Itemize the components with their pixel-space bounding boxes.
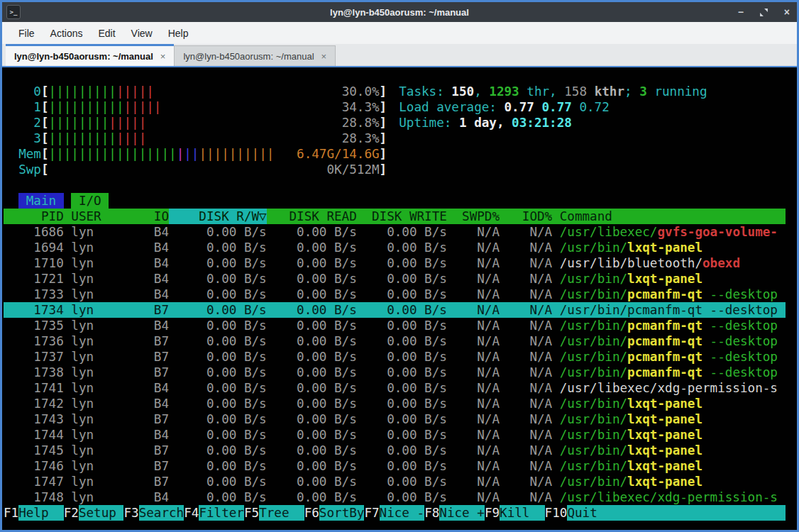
meter-close-bracket: ] — [380, 115, 387, 131]
meter-bars: ||||||||||||||||||||||||||||||6.47G/14.6… — [49, 146, 380, 162]
terminal-screen[interactable]: 0[||||||||||||||30.0%]1[|||||||||||||||3… — [2, 67, 797, 530]
process-row[interactable]: 1686lynB40.00 B/s0.00 B/s0.00 B/sN/AN/A/… — [4, 224, 786, 240]
menu-item-help[interactable]: Help — [160, 25, 197, 42]
cell-cmd: /usr/bin/lxqt-panel — [552, 411, 785, 427]
meter-label: 2 — [4, 115, 41, 131]
column-header-cmd[interactable]: Command — [552, 209, 785, 224]
meter-bar-segment: ||||| — [116, 84, 154, 99]
cell-read: 0.00 B/s — [267, 411, 357, 427]
screen-tab-main[interactable]: Main — [18, 193, 64, 209]
meter-spacer — [146, 131, 341, 146]
fkey-f3-search[interactable]: F3Search — [123, 505, 184, 521]
fkey-action-label: Quit — [567, 505, 612, 521]
process-row[interactable]: 1745lynB70.00 B/s0.00 B/s0.00 B/sN/AN/A/… — [4, 443, 786, 458]
meter-close-bracket: ] — [380, 146, 387, 162]
fkey-key-label: F3 — [123, 506, 138, 520]
terminal-tab-1[interactable]: lyn@lyn-b450aorusm: ~/manual× — [6, 44, 174, 66]
cell-swpd: N/A — [447, 287, 500, 302]
process-row[interactable]: 1710lynB40.00 B/s0.00 B/s0.00 B/sN/AN/A/… — [4, 255, 786, 271]
cell-read: 0.00 B/s — [267, 287, 357, 302]
process-row[interactable]: 1748lynB40.00 B/s0.00 B/s0.00 B/sN/AN/A/… — [4, 489, 786, 505]
fkey-f9-kill[interactable]: F9Kill — [485, 505, 545, 521]
command-segment: lxqt-panel — [627, 428, 702, 442]
column-header-swpd[interactable]: SWPD% — [447, 209, 500, 224]
fkey-f10-quit[interactable]: F10Quit — [545, 505, 612, 521]
cell-pid: 1744 — [4, 427, 64, 443]
tab-close-icon[interactable]: × — [321, 51, 327, 62]
cell-iod: N/A — [500, 489, 552, 505]
process-row[interactable]: 1747lynB70.00 B/s0.00 B/s0.00 B/sN/AN/A/… — [4, 474, 786, 489]
menu-item-edit[interactable]: Edit — [90, 25, 123, 42]
process-row[interactable]: 1721lynB40.00 B/s0.00 B/s0.00 B/sN/AN/A/… — [4, 271, 786, 287]
minimize-button[interactable]: − — [738, 7, 744, 17]
fkey-f6-sortby[interactable]: F6SortBy — [304, 505, 365, 521]
cell-io: B7 — [146, 458, 169, 474]
cell-user: lyn — [64, 427, 147, 443]
cell-iod: N/A — [500, 240, 552, 255]
fkey-f2-setup[interactable]: F2Setup — [64, 505, 124, 521]
process-row[interactable]: 1737lynB70.00 B/s0.00 B/s0.00 B/sN/AN/A/… — [4, 349, 786, 365]
process-row[interactable]: 1744lynB40.00 B/s0.00 B/s0.00 B/sN/AN/A/… — [4, 427, 786, 443]
cell-pid: 1686 — [4, 224, 64, 240]
fkey-f7-nice[interactable]: F7Nice - — [364, 505, 424, 521]
tab-bar: lyn@lyn-b450aorusm: ~/manual×lyn@lyn-b45… — [2, 44, 797, 67]
process-row[interactable]: 1743lynB70.00 B/s0.00 B/s0.00 B/sN/AN/A/… — [4, 411, 786, 427]
column-header-pid[interactable]: PID — [4, 209, 64, 224]
tab-close-icon[interactable]: × — [160, 51, 166, 62]
terminal-tab-2[interactable]: lyn@lyn-b450aorusm: ~/manual× — [174, 45, 336, 66]
menu-item-file[interactable]: File — [11, 25, 43, 42]
restore-button[interactable] — [759, 8, 768, 17]
screen-tab-io[interactable]: I/O — [71, 193, 109, 209]
meter-open-bracket: [ — [41, 131, 49, 146]
cell-cmd: /usr/bin/pcmanfm-qt --desktop — [552, 333, 785, 349]
process-row[interactable]: 1736lynB70.00 B/s0.00 B/s0.00 B/sN/AN/A/… — [4, 333, 786, 349]
cell-cmd: /usr/bin/lxqt-panel — [552, 396, 785, 411]
cell-read: 0.00 B/s — [267, 318, 357, 333]
column-header-io[interactable]: IO — [146, 209, 169, 224]
fkey-f1-help[interactable]: F1Help — [4, 505, 64, 521]
command-segment: lxqt-panel — [627, 475, 702, 489]
cell-pid: 1748 — [4, 489, 64, 505]
command-segment: /usr/bin/ — [560, 334, 627, 348]
process-row[interactable]: 1694lynB40.00 B/s0.00 B/s0.00 B/sN/AN/A/… — [4, 240, 786, 255]
tasks-segment: , — [474, 84, 489, 99]
tasks-segment: 158 — [564, 84, 587, 99]
cell-iod: N/A — [500, 255, 552, 271]
uptime-segment: 1 day, — [459, 115, 512, 131]
cell-io: B4 — [146, 396, 169, 411]
cell-pid: 1721 — [4, 271, 64, 287]
htop-header-area: 0[||||||||||||||30.0%]1[|||||||||||||||3… — [4, 84, 797, 177]
process-row[interactable]: 1733lynB40.00 B/s0.00 B/s0.00 B/sN/AN/A/… — [4, 287, 786, 302]
cell-user: lyn — [64, 474, 147, 489]
fkey-f5-tree[interactable]: F5Tree — [244, 505, 304, 521]
process-row[interactable]: 1735lynB40.00 B/s0.00 B/s0.00 B/sN/AN/A/… — [4, 318, 786, 333]
command-segment: /usr/bin/ — [560, 475, 627, 489]
fkey-action-label: Nice - — [380, 505, 425, 521]
command-segment: /usr/bin/ — [560, 365, 627, 379]
menu-item-actions[interactable]: Actions — [43, 25, 91, 42]
column-header-write[interactable]: DISK WRITE — [357, 209, 447, 224]
fkey-action-label: Setup — [79, 505, 124, 521]
fkey-f8-nice[interactable]: F8Nice + — [424, 505, 485, 521]
fkey-f4-filter[interactable]: F4Filter — [184, 505, 244, 521]
command-segment: pcmanfm-qt — [627, 350, 702, 364]
command-segment: /usr/bin/ — [560, 443, 627, 458]
menu-item-view[interactable]: View — [123, 25, 160, 42]
close-button[interactable]: × — [784, 7, 790, 17]
cell-read: 0.00 B/s — [267, 443, 357, 458]
command-segment: lxqt-panel — [627, 412, 702, 426]
process-row[interactable]: 1741lynB40.00 B/s0.00 B/s0.00 B/sN/AN/A/… — [4, 380, 786, 396]
window-controls: − × — [738, 2, 790, 22]
process-row[interactable]: 1738lynB70.00 B/s0.00 B/s0.00 B/sN/AN/A/… — [4, 365, 786, 380]
meter-mem: Mem[||||||||||||||||||||||||||||||6.47G/… — [4, 146, 387, 162]
column-header-iod[interactable]: IOD% — [500, 209, 552, 224]
column-header-user[interactable]: USER — [64, 209, 147, 224]
cell-write: 0.00 B/s — [357, 255, 447, 271]
process-row[interactable]: 1742lynB40.00 B/s0.00 B/s0.00 B/sN/AN/A/… — [4, 396, 786, 411]
command-segment: /usr/bin/ — [560, 350, 627, 364]
process-row[interactable]: 1746lynB70.00 B/s0.00 B/s0.00 B/sN/AN/A/… — [4, 458, 786, 474]
meter-label: 1 — [4, 99, 41, 115]
column-header-rw[interactable]: DISK R/W▽ — [169, 209, 267, 224]
process-row[interactable]: 1734lynB70.00 B/s0.00 B/s0.00 B/sN/AN/A/… — [4, 302, 786, 318]
column-header-read[interactable]: DISK READ — [267, 209, 357, 224]
